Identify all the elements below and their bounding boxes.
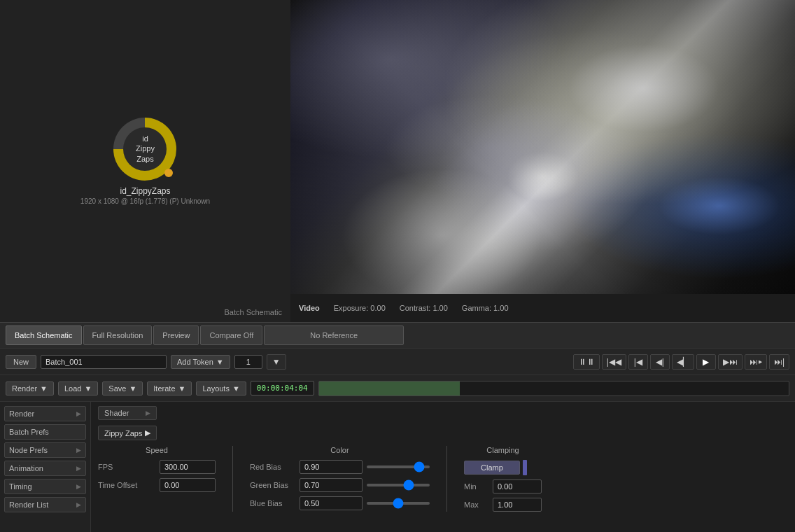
shader-section: Shader ▶ Zippy Zaps ▶ [98,406,157,440]
tab-no-reference[interactable]: No Reference [264,326,404,345]
gamma-value: Gamma: 1.00 [462,304,509,312]
fps-label: FPS [98,463,154,471]
min-input[interactable] [493,479,542,493]
tab-preview[interactable]: Preview [153,326,199,345]
green-bias-input[interactable] [300,478,363,492]
time-offset-label: Time Offset [98,481,154,489]
node-label: id_ZippyZaps [120,186,170,196]
timeline-bar[interactable] [318,381,789,396]
clamping-header: Clamping [464,446,542,456]
shader-header-label: Shader [104,409,129,417]
new-button[interactable]: New [6,355,36,369]
bottom-area: Render ▶ Batch Prefs Node Prefs ▶ Animat… [0,402,795,532]
left-sidebar: Render ▶ Batch Prefs Node Prefs ▶ Animat… [0,402,91,532]
sidebar-timing-label: Timing [9,482,32,491]
node-indicator [164,169,173,177]
batch-name-input[interactable] [41,355,167,369]
layouts-chevron-icon: ▼ [232,384,240,393]
blue-bias-label: Blue Bias [250,499,295,507]
color-header: Color [250,446,430,456]
transport-next-step-btn[interactable]: ⏭▶ [745,354,767,370]
load-dropdown[interactable]: Load ▼ [58,382,98,396]
layouts-label: Layouts [202,384,230,393]
clamp-bar-container: Clamp [464,460,527,475]
clamp-bar-indicator [523,460,527,475]
iterate-dropdown[interactable]: Iterate ▼ [147,382,192,396]
timeline-fill [319,382,460,396]
iterate-label: Iterate [153,384,175,393]
transport-prev-end-btn[interactable]: |◀◀ [602,354,626,370]
transport-next-btn[interactable]: ▶⏭ [718,354,743,370]
frame-stepper-down[interactable]: ▼ [267,354,286,370]
save-dropdown[interactable]: Save ▼ [102,382,143,396]
node-line3: Zaps [136,154,153,164]
shader-name-text: Zippy Zaps [104,429,142,438]
transport-play-back-btn[interactable]: ◀▏ [672,354,694,370]
blue-bias-input[interactable] [300,496,363,510]
sidebar-render-btn[interactable]: Render ▶ [4,406,86,421]
frame-input[interactable] [234,355,262,369]
speed-section: Speed FPS Time Offset [98,446,216,492]
sidebar-render-label: Render [9,410,34,418]
timecode-display: 00:00:04:04 [251,381,314,396]
node-line1: id [142,134,148,144]
main-content: Shader ▶ Zippy Zaps ▶ Speed FPS [91,402,795,532]
blue-bias-row: Blue Bias [250,496,430,510]
transport-prev-mark-btn[interactable]: |◀ [628,354,648,370]
transport-next-end-btn[interactable]: ⏭| [769,354,789,370]
add-token-label: Add Token [177,358,213,366]
video-info-bar: Video Exposure: 0.00 Contrast: 1.00 Gamm… [290,294,795,322]
load-chevron-icon: ▼ [84,384,92,393]
green-bias-slider[interactable] [367,484,430,486]
sidebar-animation-btn[interactable]: Animation ▶ [4,461,86,476]
left-schematic-panel: id Zippy Zaps id_ZippyZaps 1920 x 1080 @… [0,0,290,322]
clamping-section: Clamping Clamp Min Max [464,446,542,512]
batch-schematic-corner-label: Batch Schematic [224,308,282,316]
sidebar-node-prefs-label: Node Prefs [9,446,48,454]
sidebar-timing-btn[interactable]: Timing ▶ [4,479,86,494]
red-bias-input[interactable] [300,460,363,474]
layouts-dropdown[interactable]: Layouts ▼ [196,382,246,396]
add-token-button[interactable]: Add Token ▼ [171,355,230,369]
transport-play-btn[interactable]: ▶ [696,354,716,370]
timing-arrow-icon: ▶ [76,483,81,490]
sidebar-node-prefs-btn[interactable]: Node Prefs ▶ [4,442,86,458]
sidebar-render-list-btn[interactable]: Render List ▶ [4,497,86,512]
render-dropdown[interactable]: Render ▼ [6,382,54,396]
shader-name-arrow-icon: ▶ [145,428,150,438]
transport-pause-btn[interactable]: ⏸⏸ [573,354,600,370]
node-circle-inner: id Zippy Zaps [123,127,167,171]
render-chevron-icon: ▼ [40,384,48,393]
shader-header[interactable]: Shader ▶ [98,406,157,420]
shader-name-row: Zippy Zaps ▶ [98,423,157,440]
sidebar-batch-prefs-btn[interactable]: Batch Prefs [4,424,86,440]
add-token-chevron-icon: ▼ [216,358,224,366]
node-circle[interactable]: id Zippy Zaps [113,118,176,181]
transport-prev-frame-btn[interactable]: ◀| [650,354,670,370]
clamp-button[interactable]: Clamp [464,461,520,475]
contrast-value: Contrast: 1.00 [400,304,448,312]
time-offset-row: Time Offset [98,478,216,492]
controls-bar-2: Render ▼ Load ▼ Save ▼ Iterate ▼ Layouts… [0,375,795,402]
tab-batch-schematic[interactable]: Batch Schematic [6,326,82,345]
blue-bias-slider[interactable] [367,502,430,505]
load-label: Load [64,384,81,393]
green-bias-label: Green Bias [250,481,295,489]
save-label: Save [108,384,126,393]
color-section: Color Red Bias Green Bias Blue Bias [250,446,430,510]
min-label: Min [464,482,488,491]
time-offset-input[interactable] [160,478,216,492]
node-line2: Zippy [136,144,155,153]
shader-arrow-icon: ▶ [146,410,150,416]
animation-arrow-icon: ▶ [76,465,81,472]
max-input[interactable] [493,498,542,512]
divider-1 [232,446,233,512]
preview-panel: Video Exposure: 0.00 Contrast: 1.00 Gamm… [290,0,795,322]
green-bias-row: Green Bias [250,478,430,492]
red-bias-slider[interactable] [367,465,430,468]
fps-input[interactable] [160,460,216,474]
tab-compare-off[interactable]: Compare Off [200,326,262,345]
tab-full-resolution[interactable]: Full Resolution [83,326,153,345]
node-sublabel: 1920 x 1080 @ 16fp (1.778) (P) Unknown [80,197,210,205]
shader-name-label: Zippy Zaps ▶ [98,426,157,440]
